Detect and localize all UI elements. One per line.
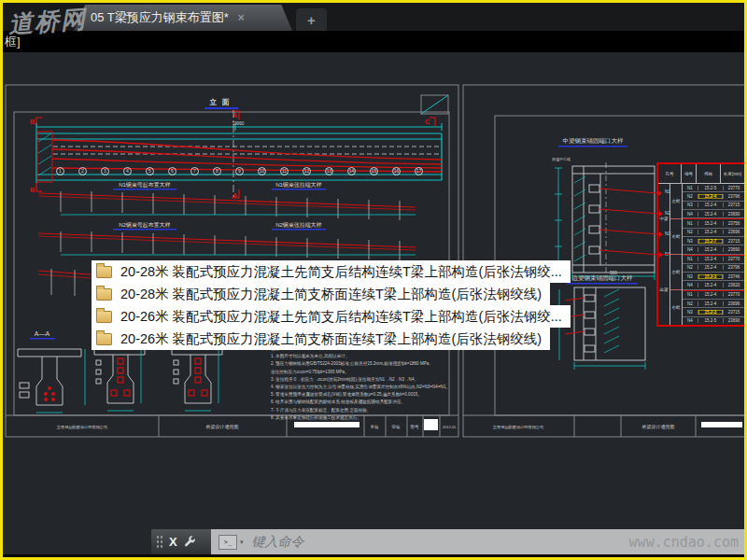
table-row: N3 15.2-7 23715 (683, 237, 744, 245)
command-bar: X >_ ▾ 键入命令 www.cndao.com (151, 529, 746, 554)
command-echo-line: 框] (3, 31, 744, 52)
note-line: 1. 本图尺寸均以毫米为单位,高程以米计。 (271, 353, 461, 360)
axis-number-circle: 5 (146, 167, 154, 175)
drag-grip-icon[interactable] (156, 535, 163, 550)
scale-box-diagonal (421, 95, 448, 114)
note-line: 3. 张拉程序:0→初应力→σcon(持荷2min锚固),张拉顺序为N1→N2→… (271, 376, 461, 384)
file-list-item[interactable]: 20-28米 装配式预应力混凝土先简支后结构连续T梁上部构造(后张法钢绞... (92, 260, 571, 283)
axis-number-circle: 6 (168, 167, 176, 175)
titleblock-title-redacted (294, 422, 359, 427)
detail1-title: 中梁钢束锚固端口大样 (563, 137, 625, 145)
n2-left-label: N2钢束弯起布置大样 (119, 221, 171, 229)
n1-left-label: N1钢束弯起布置大样 (119, 181, 171, 189)
header-length: 长度(mm) (720, 164, 744, 183)
anchor-end-detail-2 (559, 287, 645, 370)
axis-number-circle: 17 (415, 167, 423, 175)
prompt-dropdown-icon[interactable]: ▾ (240, 539, 244, 546)
table-row: N3 15.2-3 23715 (683, 308, 744, 316)
tab-close-icon[interactable]: × (238, 11, 245, 24)
side-group-cell: 右幅 (670, 289, 682, 325)
tab-bar: 05 T梁预应力钢束布置图* × + (3, 3, 744, 32)
beam-group-cell: 中梁 (658, 184, 669, 254)
table-row: N4 15.2-4 23690 (683, 210, 744, 218)
detail1-small-label: 梁端中心线 (552, 157, 571, 161)
table-row: N4 15.2-5 23690 (683, 317, 744, 325)
note-line: 8. 其余未尽事宜按现行桥涵施工技术规范执行。 (271, 414, 461, 422)
titleblock-org: 交通规划勘察设计院有限公司 (57, 425, 107, 429)
cross-section-1-dims (36, 349, 85, 413)
titleblock-series: 桥梁设计通用图 (205, 424, 239, 430)
table-row: N2 15.2-4 23796 (683, 192, 744, 201)
axis-number-row: 1234567891011121314151617 (56, 167, 423, 175)
titleblock-title-redacted-right (701, 422, 742, 427)
wrench-icon[interactable] (183, 535, 197, 549)
file-list-popup: 20-28米 装配式预应力混凝土先简支后结构连续T梁上部构造(后张法钢绞... … (92, 260, 571, 350)
cross-section-2-ducts (111, 358, 130, 396)
span-dim-text: 19960 (233, 121, 245, 126)
side-group-cell: 右幅 (670, 218, 682, 254)
axis-number-circle: 7 (190, 167, 199, 175)
section-aa-label: A—A (35, 330, 50, 337)
command-input-placeholder[interactable]: 键入命令 (252, 534, 304, 551)
table-row: N3 15.2-3 23746 (683, 273, 744, 281)
command-input-section[interactable]: >_ ▾ 键入命令 www.cndao.com (211, 529, 746, 554)
detail2-underline (567, 283, 638, 285)
tendon-profile-1 (38, 191, 416, 220)
n2-right-label: N2钢束张拉端大样 (275, 221, 322, 229)
tendon-profile-2 (38, 231, 416, 260)
n2-left-underline (113, 229, 176, 231)
side-group-cell: 左幅 (670, 184, 682, 218)
titleblock-org-right: 交通规划勘察设计院有限公司 (493, 425, 543, 429)
detail1-underline (558, 146, 627, 147)
svg-text:C: C (425, 119, 430, 125)
command-bar-handle-section: X (151, 529, 211, 554)
file-list-item[interactable]: 20-26米 装配式预应力混凝土先简支后结构连续T梁上部构造(后张法钢绞... (92, 305, 571, 328)
close-command-bar-icon[interactable]: X (169, 535, 177, 549)
svg-text:B: B (30, 119, 35, 125)
n1-left-underline (113, 189, 176, 190)
elevation-title: 立 面 (208, 98, 231, 106)
table-header: 孔号 编号 规格 长度(mm) (658, 164, 744, 184)
n1-right-label: N1钢束张拉端大样 (275, 181, 322, 189)
table-row: N4 15.2-4 23690 (683, 245, 744, 254)
plus-icon: + (307, 12, 316, 28)
table-row: N3 15.2-4 23715 (683, 202, 744, 210)
new-tab-button[interactable]: + (296, 8, 327, 31)
note-line: 张拉控制应力σcon=0.75fpk=1395 MPa。 (271, 369, 461, 376)
folder-icon (96, 288, 112, 301)
file-list-item[interactable]: 20-26米 装配式预应力混凝土简支桥面连续T梁上部构造(后张法钢绞线) (92, 328, 550, 350)
axis-number-circle: 15 (370, 167, 378, 175)
side-group-cell: 左幅 (670, 254, 682, 289)
table-rows: N1 15.2-5 23770 N2 15.2-4 23796 N3 15.2-… (682, 184, 744, 325)
table-row: N1 15.2-5 23770 (683, 184, 744, 192)
elevation-title-underline (204, 107, 238, 109)
svg-text:B: B (30, 187, 35, 193)
titleblock-date: 2012.05 (443, 425, 457, 429)
detail2-title: 边梁钢束锚固端口大样 (572, 274, 634, 282)
table-row: N1 15.2-4 23756 (683, 218, 744, 228)
n2-right-underline (272, 229, 326, 231)
n1-right-underline (272, 189, 326, 190)
beam-dashed-lines (53, 147, 442, 154)
side-group-column: 左幅右幅左幅右幅 (669, 184, 682, 325)
beam-group-column: 中梁边梁 (658, 184, 669, 325)
cross-section-1-tendons (44, 386, 55, 401)
command-echo-text: 框] (5, 35, 21, 49)
drawing-tab[interactable]: 05 T梁预应力钢束布置图* × (74, 5, 292, 31)
header-hole: 孔号 (658, 164, 681, 183)
prompt-icon[interactable]: >_ (218, 535, 237, 550)
file-list-item[interactable]: 20-28米 装配式预应力混凝土简支桥面连续T梁上部构造(后张法钢绞线) (92, 283, 550, 305)
note-line: 7. 千斤顶与压力表应配套标定、配套使用,定期校验。 (271, 407, 461, 414)
file-list-item-label: 20-26米 装配式预应力混凝土先简支后结构连续T梁上部构造(后张法钢绞... (120, 308, 562, 326)
tendon-schedule-table: 孔号 编号 规格 长度(mm) 中梁边梁 左幅右幅左幅右幅 N1 15.2-5 … (656, 162, 746, 327)
folder-icon (96, 333, 112, 345)
folder-icon (96, 311, 112, 323)
table-row: N2 15.2-4 23696 (683, 300, 744, 308)
table-row: N2 15.2-4 23796 (683, 264, 744, 273)
section-aa-underline (30, 338, 55, 340)
axis-number-circle: 13 (325, 167, 333, 175)
cross-section-1 (18, 349, 81, 405)
axis-number-circle: 9 (235, 167, 244, 175)
note-line: 4. 钢束张拉以张拉力控制为主,以引伸量校核,实测引伸量误差控制在±6%以内,N… (271, 384, 461, 391)
cad-app-window: 05 T梁预应力钢束布置图* × + 道桥网 框] (0, 0, 747, 560)
